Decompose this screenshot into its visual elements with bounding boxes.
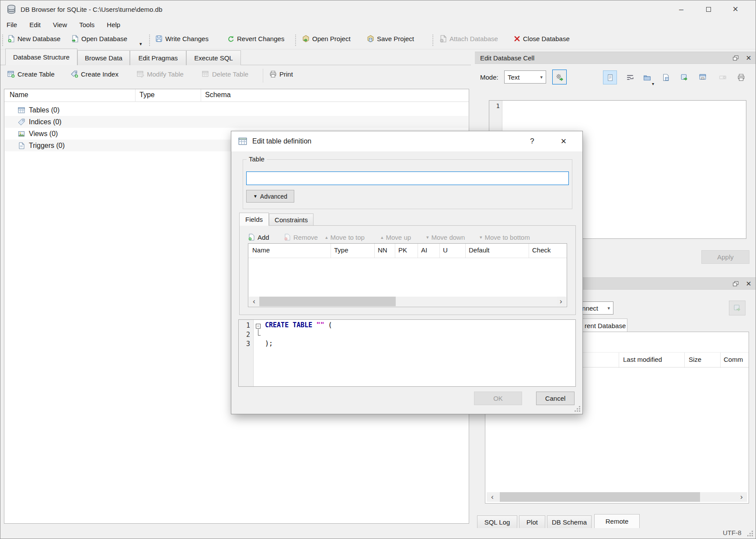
apply-button[interactable]: Apply xyxy=(701,250,749,264)
tab-plot[interactable]: Plot xyxy=(519,515,545,528)
text-mode-toggle-button[interactable] xyxy=(603,70,617,84)
push-database-button[interactable] xyxy=(729,301,746,315)
new-database-icon xyxy=(7,35,15,42)
scrollbar-thumb[interactable] xyxy=(259,297,396,306)
chevron-down-icon: ▾ xyxy=(652,81,654,86)
ok-button[interactable]: OK xyxy=(474,392,522,405)
field-col-default[interactable]: Default xyxy=(469,246,490,254)
move-to-bottom-button[interactable]: ▾ Move to bottom xyxy=(480,232,530,242)
add-field-button[interactable]: Add xyxy=(248,232,269,242)
dialog-resize-grip[interactable] xyxy=(575,410,576,412)
field-col-nn[interactable]: NN xyxy=(378,246,387,254)
tree-row-indices[interactable]: Indices (0) xyxy=(5,116,468,128)
tab-current-database[interactable]: rent Database xyxy=(577,318,627,332)
new-database-button[interactable]: New Database xyxy=(7,35,60,42)
field-col-name[interactable]: Name xyxy=(252,246,270,254)
cancel-button[interactable]: Cancel xyxy=(536,392,575,405)
code-fold-toggle[interactable]: − xyxy=(256,324,261,329)
move-to-top-button[interactable]: ▴ Move to top xyxy=(325,232,365,242)
save-project-button[interactable]: Save Project xyxy=(367,35,414,42)
remove-field-button[interactable]: Remove xyxy=(284,232,318,242)
move-down-button[interactable]: ▾ Move down xyxy=(426,232,465,242)
import-cell-button[interactable] xyxy=(552,70,567,84)
remote-header-size[interactable]: Size xyxy=(689,356,701,363)
menu-file[interactable]: File xyxy=(0,21,23,28)
field-col-pk[interactable]: PK xyxy=(398,246,407,254)
set-null-button[interactable] xyxy=(716,70,730,84)
close-database-button[interactable]: Close Database xyxy=(514,35,570,42)
create-table-button[interactable]: Create Table xyxy=(7,70,55,78)
open-project-icon xyxy=(302,35,310,42)
attach-database-button[interactable]: Attach Database xyxy=(439,35,498,42)
sql-preview[interactable]: 1 2 3 − CREATE TABLE "" ( ); xyxy=(238,319,576,387)
export-text-button[interactable] xyxy=(659,70,673,84)
tab-database-structure[interactable]: Database Structure xyxy=(5,49,77,65)
menu-tools[interactable]: Tools xyxy=(73,21,101,28)
tab-db-schema[interactable]: DB Schema xyxy=(547,515,592,528)
main-tab-bar: Browse Data Edit Pragmas Execute SQL Dat… xyxy=(0,49,471,65)
encoding-status[interactable]: UTF-8 xyxy=(723,529,742,536)
remote-header-commit[interactable]: Comm xyxy=(724,356,743,363)
revert-changes-button[interactable]: Revert Changes xyxy=(227,35,284,42)
upload-document-icon xyxy=(733,304,741,312)
field-col-type[interactable]: Type xyxy=(334,246,348,254)
close-panel-icon[interactable]: × xyxy=(746,279,751,288)
field-col-check[interactable]: Check xyxy=(532,246,551,254)
mode-combobox[interactable]: Text ▾ xyxy=(504,70,546,84)
tab-sql-log[interactable]: SQL Log xyxy=(477,515,517,528)
tab-browse-data[interactable]: Browse Data xyxy=(77,50,130,65)
browse-url-button[interactable] xyxy=(696,70,710,84)
float-panel-icon[interactable] xyxy=(732,55,739,61)
scroll-right-arrow[interactable]: › xyxy=(737,492,746,502)
open-database-button[interactable]: Open Database xyxy=(71,35,127,42)
close-window-button[interactable]: × xyxy=(722,2,749,17)
tab-constraints[interactable]: Constraints xyxy=(269,214,314,225)
print-button[interactable]: Print xyxy=(269,70,293,78)
advanced-toggle-button[interactable]: ▼ Advanced xyxy=(246,190,294,203)
import-text-button[interactable]: ▾ xyxy=(640,70,655,84)
open-project-button[interactable]: Open Project xyxy=(302,35,351,42)
tree-header-name[interactable]: Name xyxy=(10,91,28,99)
toolbar-drag-handle xyxy=(295,35,296,46)
field-col-u[interactable]: U xyxy=(443,246,448,254)
menu-help[interactable]: Help xyxy=(101,21,126,28)
menu-edit[interactable]: Edit xyxy=(23,21,47,28)
tab-execute-sql[interactable]: Execute SQL xyxy=(186,50,241,65)
scrollbar-thumb[interactable] xyxy=(500,492,700,502)
tab-fields[interactable]: Fields xyxy=(239,213,269,226)
create-index-button[interactable]: Create Index xyxy=(71,70,118,78)
window-link-icon xyxy=(699,74,707,81)
field-col-ai[interactable]: AI xyxy=(421,246,427,254)
toolbar-drag-handle xyxy=(2,35,3,46)
print-cell-button[interactable] xyxy=(734,70,748,84)
close-panel-icon[interactable]: × xyxy=(746,53,751,62)
tree-row-tables[interactable]: Tables (0) xyxy=(5,104,468,116)
tab-remote[interactable]: Remote xyxy=(594,514,640,528)
open-database-dropdown-arrow[interactable]: ▾ xyxy=(139,41,142,47)
tree-header-schema[interactable]: Schema xyxy=(205,91,231,99)
table-name-input[interactable] xyxy=(246,172,569,185)
delete-table-button[interactable]: Delete Table xyxy=(202,70,248,78)
dialog-help-button[interactable]: ? xyxy=(522,135,542,148)
maximize-button[interactable] xyxy=(695,2,722,17)
modify-table-button[interactable]: Modify Table xyxy=(137,70,184,78)
document-export-icon xyxy=(680,74,688,81)
remote-horizontal-scrollbar[interactable]: ‹ › xyxy=(487,492,747,502)
remote-header-last-modified[interactable]: Last modified xyxy=(623,356,662,363)
dialog-close-button[interactable]: × xyxy=(554,135,574,148)
open-in-app-button[interactable] xyxy=(677,70,691,84)
scroll-right-arrow[interactable]: › xyxy=(557,297,565,306)
tab-edit-pragmas[interactable]: Edit Pragmas xyxy=(130,50,186,65)
float-panel-icon[interactable] xyxy=(732,280,739,287)
window-resize-grip[interactable] xyxy=(747,535,749,536)
scroll-left-arrow[interactable]: ‹ xyxy=(250,297,258,306)
column-separator xyxy=(684,353,685,368)
move-up-button[interactable]: ▴ Move up xyxy=(381,232,411,242)
write-changes-button[interactable]: Write Changes xyxy=(155,35,209,42)
word-wrap-button[interactable] xyxy=(623,70,637,84)
menu-view[interactable]: View xyxy=(47,21,73,28)
tree-header-type[interactable]: Type xyxy=(139,91,155,99)
minimize-button[interactable]: – xyxy=(668,2,695,17)
fields-horizontal-scrollbar[interactable]: ‹ › xyxy=(249,297,566,306)
scroll-left-arrow[interactable]: ‹ xyxy=(488,492,497,502)
